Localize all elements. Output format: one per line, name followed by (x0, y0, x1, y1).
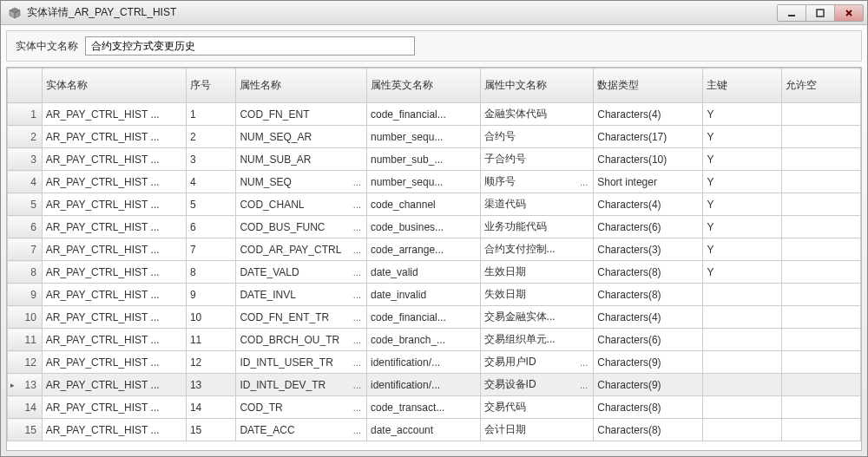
cell-seq[interactable]: 12 (186, 351, 236, 374)
cell-attr-name[interactable]: COD_BRCH_OU_TR... (236, 329, 367, 351)
cell-attr-eng[interactable]: code_arrange... (367, 238, 481, 261)
close-button[interactable] (834, 4, 864, 22)
cell-entity-name[interactable]: AR_PAY_CTRL_HIST ... (42, 419, 186, 441)
table-row[interactable]: 12AR_PAY_CTRL_HIST ...12ID_INTL_USER_TR.… (8, 351, 861, 374)
cell-attr-chn[interactable]: 合约号 (480, 126, 594, 148)
row-number[interactable]: 13 (8, 374, 43, 396)
cell-data-type[interactable]: Characters(4) (594, 193, 703, 216)
cell-allow-null[interactable] (782, 306, 861, 329)
cell-pk[interactable]: Y (703, 171, 782, 193)
cell-attr-name[interactable]: COD_FN_ENT_TR... (236, 306, 367, 329)
col-attr-eng[interactable]: 属性英文名称 (367, 69, 481, 103)
cell-data-type[interactable]: Characters(8) (594, 261, 703, 284)
cell-seq[interactable]: 15 (186, 419, 236, 441)
cell-allow-null[interactable] (782, 103, 861, 126)
row-number[interactable]: 10 (8, 306, 43, 329)
ellipsis-button[interactable]: ... (352, 222, 363, 232)
col-attr-name[interactable]: 属性名称 (236, 69, 367, 103)
table-row[interactable]: 6AR_PAY_CTRL_HIST ...6COD_BUS_FUNC...cod… (8, 216, 861, 238)
cell-data-type[interactable]: Characters(10) (594, 148, 703, 171)
col-entity-name[interactable]: 实体名称 (42, 69, 186, 103)
cell-attr-eng[interactable]: identification/... (367, 351, 481, 374)
cell-data-type[interactable]: Characters(8) (594, 419, 703, 441)
cell-seq[interactable]: 3 (186, 148, 236, 171)
cell-data-type[interactable]: Characters(6) (594, 216, 703, 238)
cell-allow-null[interactable] (782, 126, 861, 148)
cell-seq[interactable]: 5 (186, 193, 236, 216)
attributes-grid[interactable]: 实体名称 序号 属性名称 属性英文名称 属性中文名称 数据类型 主键 允许空 1… (6, 67, 862, 451)
ellipsis-button[interactable]: ... (352, 177, 363, 187)
table-row[interactable]: 14AR_PAY_CTRL_HIST ...14COD_TR...code_tr… (8, 396, 861, 419)
cell-attr-chn[interactable]: 金融实体代码 (480, 103, 594, 126)
cell-entity-name[interactable]: AR_PAY_CTRL_HIST ... (42, 396, 186, 419)
cell-attr-chn[interactable]: 顺序号... (480, 171, 594, 193)
cell-data-type[interactable]: Characters(4) (594, 306, 703, 329)
cell-allow-null[interactable] (782, 148, 861, 171)
row-number[interactable]: 9 (8, 284, 43, 306)
ellipsis-button[interactable]: ... (578, 380, 589, 390)
cell-attr-name[interactable]: COD_CHANL... (236, 193, 367, 216)
cell-entity-name[interactable]: AR_PAY_CTRL_HIST ... (42, 216, 186, 238)
ellipsis-button[interactable]: ... (352, 335, 363, 345)
cell-pk[interactable]: Y (703, 103, 782, 126)
ellipsis-button[interactable]: ... (578, 177, 589, 187)
cell-allow-null[interactable] (782, 261, 861, 284)
cell-allow-null[interactable] (782, 216, 861, 238)
cell-data-type[interactable]: Characters(8) (594, 396, 703, 419)
cell-pk[interactable] (703, 329, 782, 351)
table-row[interactable]: 10AR_PAY_CTRL_HIST ...10COD_FN_ENT_TR...… (8, 306, 861, 329)
cell-attr-chn[interactable]: 会计日期 (480, 419, 594, 441)
cell-attr-chn[interactable]: 生效日期 (480, 261, 594, 284)
cell-entity-name[interactable]: AR_PAY_CTRL_HIST ... (42, 261, 186, 284)
cell-entity-name[interactable]: AR_PAY_CTRL_HIST ... (42, 238, 186, 261)
cell-allow-null[interactable] (782, 419, 861, 441)
cell-attr-chn[interactable]: 交易用户ID... (480, 351, 594, 374)
cell-pk[interactable]: Y (703, 261, 782, 284)
cell-allow-null[interactable] (782, 374, 861, 396)
table-row[interactable]: 5AR_PAY_CTRL_HIST ...5COD_CHANL...code_c… (8, 193, 861, 216)
cell-data-type[interactable]: Characters(8) (594, 284, 703, 306)
table-row[interactable]: 15AR_PAY_CTRL_HIST ...15DATE_ACC...date_… (8, 419, 861, 441)
cell-attr-eng[interactable]: date_invalid (367, 284, 481, 306)
ellipsis-button[interactable]: ... (352, 199, 363, 210)
cell-attr-name[interactable]: COD_AR_PAY_CTRL... (236, 238, 367, 261)
cell-attr-eng[interactable]: identification/... (367, 374, 481, 396)
ellipsis-button[interactable]: ... (578, 357, 589, 368)
row-number[interactable]: 2 (8, 126, 43, 148)
cell-seq[interactable]: 8 (186, 261, 236, 284)
row-number[interactable]: 14 (8, 396, 43, 419)
row-number[interactable]: 15 (8, 419, 43, 441)
cell-attr-chn[interactable]: 渠道代码 (480, 193, 594, 216)
cell-attr-chn[interactable]: 失效日期 (480, 284, 594, 306)
table-row[interactable]: 1AR_PAY_CTRL_HIST ...1COD_FN_ENTcode_fin… (8, 103, 861, 126)
row-number[interactable]: 4 (8, 171, 43, 193)
cell-pk[interactable] (703, 419, 782, 441)
table-row[interactable]: 3AR_PAY_CTRL_HIST ...3NUM_SUB_ARnumber_s… (8, 148, 861, 171)
table-row[interactable]: 8AR_PAY_CTRL_HIST ...8DATE_VALD...date_v… (8, 261, 861, 284)
cell-data-type[interactable]: Characters(9) (594, 351, 703, 374)
row-number[interactable]: 11 (8, 329, 43, 351)
cell-attr-chn[interactable]: 交易代码 (480, 396, 594, 419)
ellipsis-button[interactable]: ... (352, 357, 363, 368)
cell-attr-eng[interactable]: code_channel (367, 193, 481, 216)
cell-entity-name[interactable]: AR_PAY_CTRL_HIST ... (42, 193, 186, 216)
input-entity-cn-name[interactable] (85, 36, 415, 55)
ellipsis-button[interactable]: ... (352, 290, 363, 300)
cell-attr-chn[interactable]: 交易设备ID... (480, 374, 594, 396)
cell-attr-eng[interactable]: number_sub_... (367, 148, 481, 171)
cell-seq[interactable]: 11 (186, 329, 236, 351)
cell-seq[interactable]: 6 (186, 216, 236, 238)
cell-attr-eng[interactable]: number_sequ... (367, 126, 481, 148)
cell-pk[interactable]: Y (703, 193, 782, 216)
cell-seq[interactable]: 2 (186, 126, 236, 148)
cell-attr-chn[interactable]: 业务功能代码 (480, 216, 594, 238)
row-number[interactable]: 8 (8, 261, 43, 284)
cell-attr-name[interactable]: DATE_INVL... (236, 284, 367, 306)
table-row[interactable]: 4AR_PAY_CTRL_HIST ...4NUM_SEQ...number_s… (8, 171, 861, 193)
cell-allow-null[interactable] (782, 193, 861, 216)
cell-attr-name[interactable]: ID_INTL_DEV_TR... (236, 374, 367, 396)
cell-entity-name[interactable]: AR_PAY_CTRL_HIST ... (42, 126, 186, 148)
cell-seq[interactable]: 10 (186, 306, 236, 329)
cell-pk[interactable] (703, 306, 782, 329)
maximize-button[interactable] (806, 4, 835, 22)
